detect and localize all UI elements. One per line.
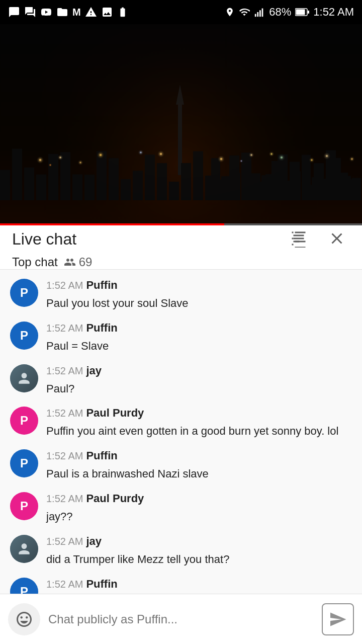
message-content: 1:52 AM Paul Purdy Puffin you aint even …: [46, 407, 352, 439]
svg-rect-3: [262, 9, 263, 17]
image-icon: [101, 6, 113, 18]
svg-rect-1: [257, 12, 259, 17]
chat-message: P 1:52 AM Puffin Paul you lost your soul…: [0, 274, 362, 316]
chat-input-area: [0, 594, 362, 644]
chat-message: 1:52 AM jay did a Trumper like Mezz tell…: [0, 530, 362, 573]
emoji-icon: [15, 610, 33, 628]
message-time: 1:52 AM: [46, 450, 83, 462]
message-author: Paul Purdy: [86, 492, 144, 505]
chat-message: P 1:52 AM Puffin Paul = Slave: [0, 316, 362, 359]
message-time: 1:52 AM: [46, 536, 83, 547]
filter-icon: [290, 229, 308, 248]
message-text: jay??: [46, 509, 352, 525]
avatar: P: [10, 407, 38, 435]
status-bar: M 68% 1:52 AM: [0, 0, 362, 24]
chat-message: P 1:52 AM Paul Purdy Puffin you aint eve…: [0, 401, 362, 444]
message-author: Puffin: [86, 279, 117, 292]
viewer-count: 69: [64, 255, 93, 269]
message-content: 1:52 AM Puffin Paul = Slave: [46, 321, 352, 354]
status-bar-right: 68% 1:52 AM: [225, 6, 354, 19]
message-author: jay: [86, 364, 102, 377]
message-content: 1:52 AM Paul Purdy jay??: [46, 492, 352, 525]
message-time: 1:52 AM: [46, 280, 83, 291]
message-text: Paul you lost your soul Slave: [46, 296, 352, 311]
message-text: did a Trumper like Mezz tell you that?: [46, 552, 352, 568]
send-message-button[interactable]: [322, 603, 354, 635]
chat-messages-container: P 1:52 AM Puffin Paul you lost your soul…: [0, 270, 362, 594]
avatar: P: [10, 321, 38, 350]
svg-rect-8: [294, 238, 304, 239]
avatar: P: [10, 492, 38, 520]
message-content: 1:52 AM Puffin Paul is a brainwashed Naz…: [46, 449, 352, 482]
svg-rect-7: [294, 235, 304, 236]
battery-percent: 68%: [269, 6, 291, 19]
close-icon: [328, 229, 346, 248]
message-time: 1:52 AM: [46, 579, 83, 590]
message-text: Puffin you aint even gotten in a good bu…: [46, 424, 352, 439]
chat-filter-button[interactable]: [286, 225, 312, 253]
message-content: 1:52 AM Puffin Paul you lost your soul S…: [46, 279, 352, 311]
battery-shape-icon: [295, 8, 309, 16]
svg-rect-0: [255, 14, 256, 17]
message-text: Paul is a brainwashed Nazi slave: [46, 466, 352, 482]
message-content: 1:52 AM Puffin I burn your soul in hell …: [46, 578, 352, 594]
sms-icon: [8, 6, 20, 18]
message-author: Puffin: [86, 449, 117, 462]
message-time: 1:52 AM: [46, 365, 83, 377]
emoji-button[interactable]: [8, 603, 40, 635]
folder-icon: [56, 6, 68, 18]
svg-rect-6: [308, 11, 309, 14]
message-time: 1:52 AM: [46, 408, 83, 419]
wifi-icon: [239, 7, 250, 18]
chat-header-actions: [286, 225, 350, 253]
message-text: Paul = Slave: [46, 339, 352, 354]
svg-rect-2: [259, 10, 261, 17]
message-content: 1:52 AM jay did a Trumper like Mezz tell…: [46, 535, 352, 568]
avatar: P: [10, 578, 38, 594]
status-icons-left: M: [8, 6, 128, 18]
avatar: [10, 364, 38, 392]
message-time: 1:52 AM: [46, 493, 83, 505]
chat-message: P 1:52 AM Puffin Paul is a brainwashed N…: [0, 444, 362, 487]
status-time: 1:52 AM: [313, 6, 354, 19]
send-icon: [329, 610, 347, 628]
svg-rect-9: [294, 241, 300, 243]
viewer-number: 69: [79, 255, 93, 269]
youtube-icon: [40, 6, 52, 18]
video-player[interactable]: [0, 24, 362, 225]
chat-message: P 1:52 AM Puffin I burn your soul in hel…: [0, 573, 362, 594]
battery-icon: [117, 7, 128, 18]
message-time: 1:52 AM: [46, 323, 83, 334]
avatar: P: [10, 449, 38, 477]
people-icon: [64, 256, 76, 268]
chat-close-button[interactable]: [324, 225, 350, 253]
message-author: jay: [86, 535, 102, 548]
message-text: Paul?: [46, 381, 352, 397]
chat-header: Live chat Top chat: [0, 225, 362, 270]
chat-input-field[interactable]: [48, 603, 314, 635]
top-chat-label[interactable]: Top chat: [12, 255, 58, 269]
message-author: Puffin: [86, 578, 117, 591]
chat-message: P 1:52 AM Paul Purdy jay??: [0, 487, 362, 530]
chat-message: 1:52 AM jay Paul?: [0, 359, 362, 402]
svg-rect-5: [296, 10, 305, 15]
chat-title: Live chat: [12, 230, 76, 249]
alert-icon: [85, 6, 97, 18]
message-author: Puffin: [86, 321, 117, 335]
m-icon: M: [72, 7, 81, 18]
location-icon: [225, 7, 235, 17]
signal-icon: [254, 7, 265, 18]
message-author: Paul Purdy: [86, 407, 144, 420]
avatar: P: [10, 279, 38, 307]
message-content: 1:52 AM jay Paul?: [46, 364, 352, 397]
chat-icon: [24, 6, 36, 18]
avatar: [10, 535, 38, 563]
